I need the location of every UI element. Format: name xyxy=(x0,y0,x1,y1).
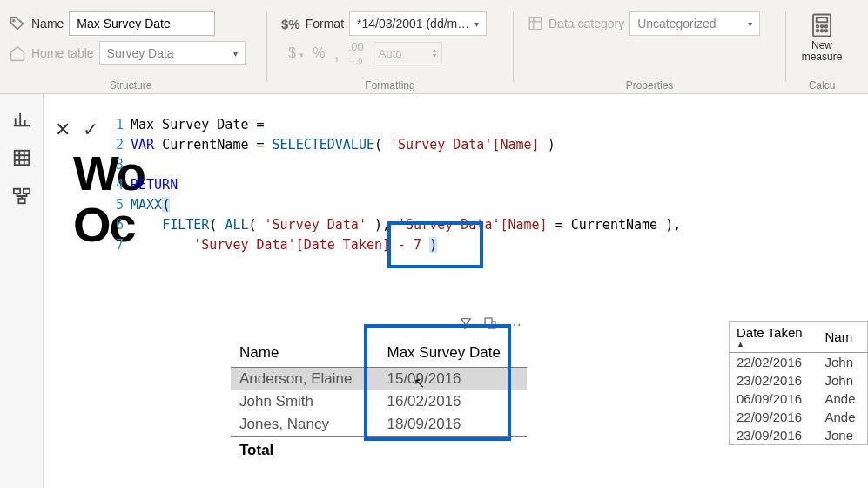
home-icon xyxy=(9,44,26,62)
table-row[interactable]: 23/02/2016John xyxy=(730,371,867,390)
table-row[interactable]: 22/09/2016Ande xyxy=(730,408,867,426)
format-label: Format xyxy=(306,17,344,30)
model-view-button[interactable] xyxy=(12,186,31,206)
side-table-visual[interactable]: Date Taken▲ Nam 22/02/2016John 23/02/201… xyxy=(729,321,868,445)
calculator-icon xyxy=(809,12,835,38)
data-category-select[interactable]: Uncategorized▾ xyxy=(629,11,760,36)
chevron-down-icon: ▾ xyxy=(748,19,752,29)
highlight-column xyxy=(364,324,511,441)
data-category-label: Data category xyxy=(548,17,624,30)
svg-rect-3 xyxy=(817,17,828,22)
ribbon-group-formatting: $% Format *14/03/2001 (dd/m…▾ $ ▾ % , .0… xyxy=(273,9,508,93)
divider xyxy=(266,12,267,82)
col-header-name[interactable]: Name xyxy=(231,339,378,368)
svg-point-0 xyxy=(13,20,15,22)
divider xyxy=(513,12,514,82)
col-header-date-taken[interactable]: Date Taken▲ xyxy=(730,322,818,353)
currency-button[interactable]: $ ▾ xyxy=(288,45,304,61)
table-row[interactable]: 23/09/2016Jone xyxy=(730,426,867,444)
table-row[interactable]: 06/09/2016Ande xyxy=(730,390,867,408)
home-table-select[interactable]: Survey Data▾ xyxy=(99,41,246,65)
ribbon-group-properties: Data category Uncategorized▾ Properties xyxy=(519,9,780,93)
home-table-label: Home table xyxy=(31,46,94,60)
svg-rect-10 xyxy=(14,151,29,166)
name-input[interactable]: Max Survey Date xyxy=(69,11,215,36)
workspace: Wo Oc ✕ ✓ 1Max Survey Date = 2VAR Curren… xyxy=(0,94,868,488)
svg-point-4 xyxy=(817,25,819,28)
data-view-button[interactable] xyxy=(12,148,31,167)
svg-rect-11 xyxy=(13,189,19,194)
ribbon-group-calc: New measure Calcu xyxy=(791,9,852,93)
chevron-down-icon: ▾ xyxy=(233,49,238,58)
svg-point-6 xyxy=(825,25,828,28)
decimal-button[interactable]: .00→.0 xyxy=(348,40,364,66)
commit-formula-button[interactable]: ✓ xyxy=(80,119,101,255)
svg-rect-13 xyxy=(18,199,24,204)
highlight-formula xyxy=(387,221,483,268)
col-header-name2[interactable]: Nam xyxy=(818,322,867,353)
group-label-formatting: Formatting xyxy=(273,79,508,92)
svg-point-7 xyxy=(817,30,819,32)
view-rail xyxy=(0,94,44,488)
group-label-structure: Structure xyxy=(0,79,261,92)
tag-icon xyxy=(9,15,26,32)
group-label-properties: Properties xyxy=(519,79,780,92)
format-icon: $% xyxy=(281,17,300,31)
sort-asc-icon: ▲ xyxy=(737,340,811,349)
report-view-button[interactable] xyxy=(12,110,31,129)
svg-rect-12 xyxy=(23,189,29,194)
group-label-calc: Calcu xyxy=(791,79,852,92)
decimals-input[interactable]: Auto ▴▾ xyxy=(373,42,442,64)
spinner-icon[interactable]: ▴▾ xyxy=(433,48,436,58)
name-label: Name xyxy=(31,17,64,30)
svg-point-5 xyxy=(821,25,824,28)
divider xyxy=(785,12,786,82)
ribbon-group-structure: Name Max Survey Date Home table Survey D… xyxy=(0,9,261,93)
new-measure-button[interactable]: New measure xyxy=(800,9,844,66)
svg-point-9 xyxy=(825,30,828,32)
svg-point-8 xyxy=(821,30,824,32)
ribbon: Name Max Survey Date Home table Survey D… xyxy=(0,0,868,94)
svg-rect-1 xyxy=(529,17,542,30)
comma-button[interactable]: , xyxy=(334,42,340,64)
format-select[interactable]: *14/03/2001 (dd/m…▾ xyxy=(349,11,487,36)
cancel-formula-button[interactable]: ✕ xyxy=(52,119,73,255)
category-icon xyxy=(528,16,543,31)
table-row[interactable]: 22/02/2016John xyxy=(730,353,867,372)
percent-button[interactable]: % xyxy=(313,45,325,61)
chevron-down-icon: ▾ xyxy=(474,19,479,29)
